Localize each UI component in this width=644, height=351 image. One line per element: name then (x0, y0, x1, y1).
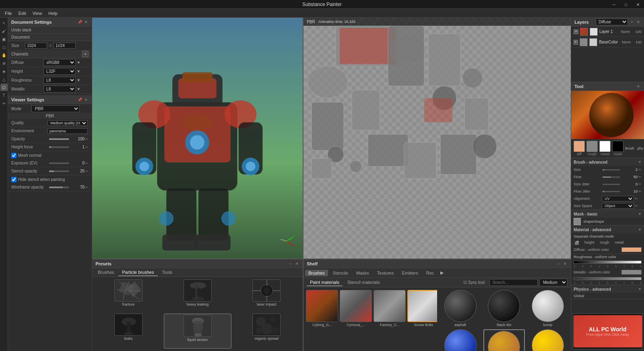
flow-edit-icon[interactable]: ✏ (638, 175, 642, 179)
menu-file[interactable]: File (2, 10, 15, 16)
mat-tab-rough[interactable]: rough (599, 240, 611, 245)
mat-tab-metal[interactable]: metal (614, 240, 625, 245)
brush-advanced-header[interactable]: Brush - advanced ▼ (571, 158, 644, 166)
add-channel-button[interactable]: + (82, 51, 89, 57)
toolbar-selection-icon[interactable]: ⬡ (0, 84, 8, 91)
menu-edit[interactable]: Edit (15, 10, 29, 16)
flow-slider[interactable] (603, 177, 619, 178)
viewport-uv[interactable]: PBR Animation time: 16.333 (303, 18, 571, 259)
size-input-h[interactable] (54, 43, 76, 49)
sync-tool-btn[interactable]: ☑ Sync tool (463, 280, 485, 285)
presets-minimize-btn[interactable]: ─ (288, 261, 293, 266)
mesh-normal-checkbox[interactable] (11, 153, 17, 158)
preset-leaks[interactable]: leaks (95, 314, 162, 349)
shelf-tab-brushes[interactable]: Brushes (305, 270, 328, 276)
minimize-button[interactable]: ─ (608, 0, 620, 9)
quality-select[interactable]: Medium quality (16 spo) (47, 120, 88, 126)
toolbar-geometry-icon[interactable]: △ (0, 76, 8, 83)
preset-liquid-stream[interactable]: liquid stream (164, 314, 231, 349)
menu-view[interactable]: View (29, 10, 45, 16)
presets-close-btn[interactable]: ✕ (295, 261, 299, 266)
opacity-track[interactable] (49, 138, 69, 140)
layer-item-basecolor[interactable]: 👁 BaseColor Norm 100 (571, 37, 644, 47)
stencil-opacity-track[interactable] (49, 170, 69, 172)
tab-brushes[interactable]: Brushes (94, 269, 118, 276)
alignment-select[interactable]: UV (602, 196, 634, 201)
diffuse-edit-icon[interactable]: ▼ (76, 60, 81, 66)
opacity-edit-icon[interactable]: ✏ (85, 137, 89, 141)
layer-item-1[interactable]: 👁 Layer 1 Norm 100 (571, 27, 644, 37)
toolbar-smudge-icon[interactable]: ✋ (0, 51, 8, 59)
tab-tools[interactable]: Tools (158, 269, 176, 276)
paint-item-cobalt[interactable]: cobalt (440, 329, 481, 351)
toolbar-text-icon[interactable]: T (0, 92, 8, 99)
physics-advanced-header[interactable]: Physics - advanced ▼ (571, 285, 644, 293)
alignment-edit-icon[interactable]: ✏ (635, 197, 638, 201)
layer-visibility-1[interactable]: 👁 (574, 29, 578, 34)
mask-basic-header[interactable]: Mask - basic ▼ (571, 210, 644, 218)
swatch-metal[interactable] (599, 141, 611, 152)
exposure-track[interactable] (49, 162, 69, 164)
size-jitter-slider[interactable] (603, 184, 619, 185)
shelf-item-cymurai[interactable]: Cymurai_... (340, 290, 372, 327)
mode-select[interactable]: PBR (31, 105, 80, 112)
roughness-edit-icon[interactable]: ▼ (76, 78, 81, 83)
toolbar-fill-icon[interactable]: ▣ (0, 35, 8, 43)
shelf-search-input[interactable] (489, 279, 538, 286)
size-edit-icon[interactable]: ✏ (638, 168, 642, 172)
hide-stencil-checkbox[interactable] (11, 177, 17, 182)
flow-jitter-edit-icon[interactable]: ✏ (638, 189, 642, 193)
swatch-rough[interactable] (586, 141, 598, 152)
paint-item-black-dirt[interactable]: black dirt (483, 290, 525, 327)
metallic-color-swatch[interactable] (621, 270, 642, 275)
size-space-select[interactable]: Object (602, 203, 634, 209)
paint-tab-materials[interactable]: Paint materials (307, 279, 343, 286)
layer-channel-select[interactable]: Diffuse (596, 18, 628, 25)
diffuse-select[interactable]: sRGB8 (43, 59, 76, 66)
toolbar-clone-icon[interactable]: ⊕ (0, 60, 8, 67)
layer-visibility-base[interactable]: 👁 (574, 40, 578, 45)
wireframe-track[interactable] (49, 187, 69, 188)
panel-pin-btn[interactable]: 📌 (77, 20, 82, 25)
paint-item-bump[interactable]: bump (527, 290, 569, 327)
wireframe-edit-icon[interactable]: ✏ (85, 185, 89, 189)
diffuse-color-swatch[interactable] (621, 247, 642, 252)
shelf-tab-arrow[interactable]: ▶ (439, 269, 445, 276)
roughness-gradient[interactable] (574, 261, 642, 264)
flow-jitter-slider[interactable] (603, 191, 619, 192)
menu-help[interactable]: Help (45, 10, 61, 16)
swatch-diff[interactable] (574, 141, 585, 152)
paint-item-gold[interactable]: gold (527, 329, 569, 351)
material-advanced-header[interactable]: Material - advanced ▼ (571, 226, 644, 234)
preset-heavy-leaking[interactable]: heavy leaking (164, 279, 231, 312)
tab-particle-brushes[interactable]: Particle brushes (118, 269, 158, 276)
toolbar-paint-icon[interactable]: 🖌 (0, 27, 8, 35)
height-select[interactable]: L32F (43, 68, 76, 75)
mat-tab-height[interactable]: height (583, 240, 596, 245)
shelf-close-btn[interactable]: ✕ (563, 261, 568, 266)
stencil-opacity-edit-icon[interactable]: ✏ (85, 169, 89, 173)
viewer-pin-btn[interactable]: 📌 (77, 97, 82, 102)
toolbar-picker-icon[interactable]: ✏ (0, 100, 8, 107)
roughness-select[interactable]: L8 (43, 77, 76, 84)
panel-close-btn[interactable]: ✕ (84, 20, 89, 25)
sync-checkbox[interactable]: ☑ (463, 280, 467, 285)
metallic-gradient[interactable] (574, 277, 642, 280)
swatch-mask[interactable] (612, 141, 623, 152)
paint-item-asphalt[interactable]: asphalt (440, 290, 481, 327)
toolbar-erase-icon[interactable]: ◻ (0, 43, 8, 51)
height-edit-icon[interactable]: ▼ (76, 69, 81, 74)
size-space-edit-icon[interactable]: ✏ (635, 204, 638, 208)
layers-add-btn[interactable]: + (630, 20, 634, 25)
tool-close-btn[interactable]: ✕ (636, 84, 641, 89)
viewport-3d[interactable]: X Y (92, 18, 303, 259)
paint-item-copper[interactable]: copper (483, 329, 525, 351)
shelf-minimize-btn[interactable]: ─ (556, 261, 561, 266)
shelf-tab-stencils[interactable]: Stencils (330, 270, 352, 276)
metallic-edit-icon[interactable]: ▼ (76, 86, 81, 92)
preset-laser-impact[interactable]: laser impact (233, 279, 301, 312)
paint-tab-stencil[interactable]: Stencil materials (344, 279, 383, 286)
shelf-item-screw-bolts[interactable]: Screw Bolts (407, 290, 437, 327)
preset-fracture[interactable]: fracture (95, 279, 162, 312)
shelf-item-cyborg[interactable]: Cyborg_G... (306, 290, 338, 327)
